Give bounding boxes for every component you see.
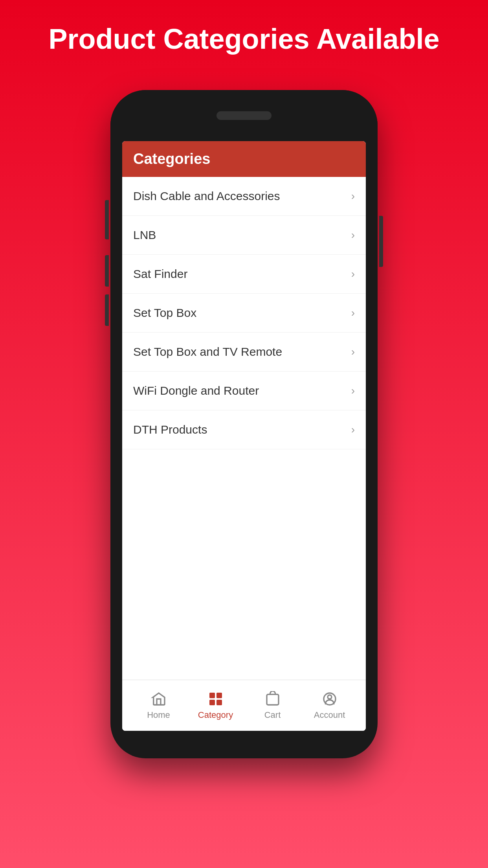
nav-label-cart: Cart (264, 710, 281, 720)
category-item-label: Dish Cable and Accessories (133, 189, 280, 203)
phone-screen: Categories Dish Cable and Accessories›LN… (122, 141, 366, 731)
svg-point-6 (328, 695, 332, 699)
phone-speaker (216, 111, 272, 120)
category-item-label: Set Top Box (133, 306, 196, 320)
nav-label-account: Account (314, 710, 345, 720)
category-item[interactable]: Sat Finder› (122, 255, 366, 294)
svg-rect-2 (209, 700, 215, 705)
account-icon (322, 691, 338, 707)
svg-rect-3 (216, 700, 222, 705)
category-item[interactable]: Set Top Box› (122, 294, 366, 333)
nav-item-category[interactable]: Category (187, 691, 244, 720)
nav-label-category: Category (198, 710, 233, 720)
chevron-right-icon: › (351, 268, 355, 280)
category-item[interactable]: DTH Products› (122, 410, 366, 449)
category-item[interactable]: Dish Cable and Accessories› (122, 177, 366, 216)
bottom-nav: Home Category Cart (122, 680, 366, 731)
nav-item-account[interactable]: Account (301, 691, 358, 720)
nav-item-home[interactable]: Home (130, 691, 187, 720)
nav-label-home: Home (147, 710, 170, 720)
chevron-right-icon: › (351, 346, 355, 358)
category-item-label: Sat Finder (133, 267, 187, 281)
category-item[interactable]: WiFi Dongle and Router› (122, 371, 366, 410)
category-item[interactable]: Set Top Box and TV Remote› (122, 333, 366, 371)
chevron-right-icon: › (351, 229, 355, 241)
category-item-label: DTH Products (133, 423, 207, 436)
category-list: Dish Cable and Accessories›LNB›Sat Finde… (122, 177, 366, 680)
screen-header: Categories (122, 141, 366, 177)
svg-rect-1 (216, 693, 222, 698)
chevron-right-icon: › (351, 307, 355, 319)
screen-header-title: Categories (133, 151, 210, 167)
nav-item-cart[interactable]: Cart (244, 691, 301, 720)
category-item-label: LNB (133, 228, 156, 242)
phone-frame: Categories Dish Cable and Accessories›LN… (110, 90, 378, 758)
cart-icon (265, 691, 281, 707)
svg-rect-0 (209, 693, 215, 698)
volume-up-button (105, 255, 109, 287)
volume-down-button (105, 294, 109, 326)
page-title: Product Categories Available (17, 24, 471, 55)
category-icon (208, 691, 224, 707)
svg-rect-4 (267, 694, 279, 705)
chevron-right-icon: › (351, 423, 355, 436)
phone-top-bar (110, 90, 378, 141)
chevron-right-icon: › (351, 190, 355, 202)
chevron-right-icon: › (351, 384, 355, 397)
category-item[interactable]: LNB› (122, 216, 366, 255)
home-icon (151, 691, 167, 707)
category-item-label: Set Top Box and TV Remote (133, 345, 282, 359)
category-item-label: WiFi Dongle and Router (133, 384, 259, 397)
